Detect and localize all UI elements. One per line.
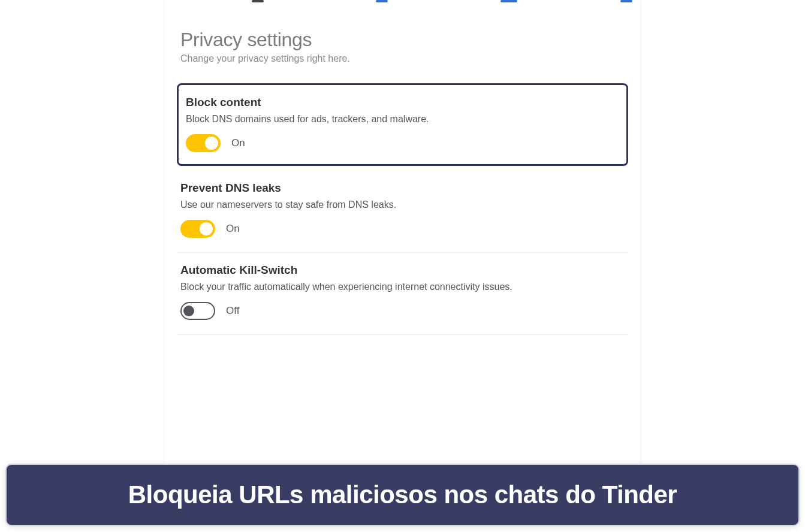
tab-marker	[376, 0, 388, 2]
setting-desc: Block DNS domains used for ads, trackers…	[186, 114, 619, 125]
prevent-dns-leaks-toggle[interactable]	[180, 220, 215, 238]
toggle-row: Off	[180, 302, 625, 320]
kill-switch-toggle[interactable]	[180, 302, 215, 320]
toggle-knob	[200, 222, 213, 235]
setting-title: Prevent DNS leaks	[180, 182, 625, 195]
setting-block-content: Block content Block DNS domains used for…	[177, 83, 628, 166]
tab-marker	[620, 0, 632, 2]
toggle-knob	[183, 306, 194, 316]
setting-title: Automatic Kill-Switch	[180, 264, 625, 277]
setting-desc: Block your traffic automatically when ex…	[180, 282, 625, 292]
toggle-state-label: Off	[226, 305, 239, 317]
toggle-knob	[205, 137, 218, 150]
setting-prevent-dns-leaks: Prevent DNS leaks Use our nameservers to…	[177, 171, 628, 253]
page-subtitle: Change your privacy settings right here.	[180, 53, 625, 64]
toggle-state-label: On	[226, 223, 240, 235]
setting-desc: Use our nameservers to stay safe from DN…	[180, 200, 625, 210]
tab-indicators	[165, 0, 640, 4]
tab-marker	[501, 0, 517, 2]
block-content-toggle[interactable]	[186, 134, 221, 152]
page-header: Privacy settings Change your privacy set…	[165, 0, 640, 68]
setting-kill-switch: Automatic Kill-Switch Block your traffic…	[177, 253, 628, 335]
setting-title: Block content	[186, 96, 619, 109]
tab-marker	[252, 0, 264, 2]
caption-text: Bloqueia URLs maliciosos nos chats do Ti…	[19, 480, 786, 509]
toggle-state-label: On	[231, 137, 245, 149]
caption-banner: Bloqueia URLs maliciosos nos chats do Ti…	[5, 464, 800, 526]
app-window: Privacy settings Change your privacy set…	[165, 0, 640, 470]
page-title: Privacy settings	[180, 29, 625, 51]
toggle-row: On	[180, 220, 625, 238]
settings-list: Block content Block DNS domains used for…	[165, 83, 640, 335]
toggle-row: On	[186, 134, 619, 152]
